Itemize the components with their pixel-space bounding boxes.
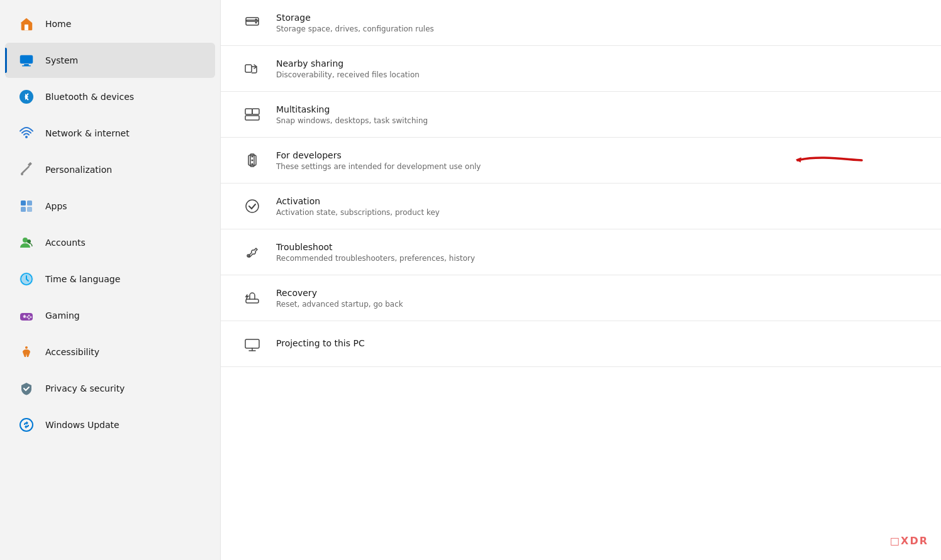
storage-desc: Storage space, drives, configuration rul… [276, 25, 921, 33]
accounts-icon [18, 234, 35, 251]
svg-point-14 [23, 238, 28, 243]
sidebar-label-apps: Apps [45, 201, 67, 211]
accessibility-icon [18, 343, 35, 361]
settings-item-storage[interactable]: Storage Storage space, drives, configura… [221, 0, 941, 46]
troubleshoot-desc: Recommended troubleshooters, preferences… [276, 254, 921, 263]
svg-point-15 [27, 239, 31, 243]
svg-point-22 [30, 316, 32, 318]
sidebar-label-personalization: Personalization [45, 165, 112, 175]
nearby-sharing-desc: Discoverability, received files location [276, 70, 921, 79]
sidebar-item-gaming[interactable]: Gaming [5, 298, 215, 333]
settings-item-projecting[interactable]: Projecting to this PC [221, 321, 941, 367]
svg-rect-10 [21, 200, 26, 206]
svg-point-24 [28, 318, 30, 320]
storage-text: Storage Storage space, drives, configura… [276, 13, 921, 33]
sidebar-item-privacy[interactable]: Privacy & security [5, 371, 215, 406]
time-icon [18, 270, 35, 288]
svg-rect-26 [23, 316, 26, 317]
red-arrow-annotation [790, 148, 866, 173]
sidebar-label-accessibility: Accessibility [45, 347, 99, 357]
personalization-icon [18, 161, 35, 178]
svg-point-38 [252, 156, 253, 158]
sidebar-item-update[interactable]: Windows Update [5, 407, 215, 442]
sidebar-label-bluetooth: Bluetooth & devices [45, 92, 134, 102]
svg-rect-36 [245, 116, 259, 120]
svg-point-43 [246, 200, 259, 212]
recovery-title: Recovery [276, 288, 921, 298]
activation-icon [241, 195, 264, 217]
arrow-svg [790, 148, 866, 173]
storage-title: Storage [276, 13, 921, 23]
sidebar-label-update: Windows Update [45, 420, 120, 430]
svg-rect-46 [245, 339, 259, 348]
troubleshoot-text: Troubleshoot Recommended troubleshooters… [276, 242, 921, 263]
svg-rect-8 [28, 162, 32, 167]
svg-point-6 [25, 136, 28, 138]
sidebar-label-privacy: Privacy & security [45, 383, 125, 393]
sidebar-item-accounts[interactable]: Accounts [5, 225, 215, 260]
sidebar-label-time: Time & language [45, 274, 120, 284]
settings-item-multitasking[interactable]: Multitasking Snap windows, desktops, tas… [221, 92, 941, 138]
sidebar-label-accounts: Accounts [45, 238, 86, 248]
for-developers-icon [241, 149, 264, 172]
projecting-icon [241, 332, 264, 355]
multitasking-icon [241, 103, 264, 126]
recovery-desc: Reset, advanced startup, go back [276, 300, 921, 309]
home-icon [18, 15, 35, 33]
recovery-text: Recovery Reset, advanced startup, go bac… [276, 288, 921, 309]
sidebar-item-time[interactable]: Time & language [5, 261, 215, 297]
svg-point-31 [255, 22, 257, 24]
sidebar-item-accessibility[interactable]: Accessibility [5, 334, 215, 370]
nearby-sharing-title: Nearby sharing [276, 58, 921, 69]
multitasking-title: Multitasking [276, 104, 921, 114]
settings-item-activation[interactable]: Activation Activation state, subscriptio… [221, 184, 941, 229]
main-content: Storage Storage space, drives, configura… [220, 0, 941, 560]
settings-item-troubleshoot[interactable]: Troubleshoot Recommended troubleshooters… [221, 229, 941, 275]
activation-title: Activation [276, 196, 921, 206]
storage-icon [241, 11, 264, 34]
privacy-icon [18, 380, 35, 397]
sidebar-label-network: Network & internet [45, 128, 130, 138]
network-icon [18, 124, 35, 142]
sidebar: Home System Bluetooth & devices [0, 0, 220, 560]
svg-rect-33 [245, 65, 252, 72]
sidebar-label-home: Home [45, 19, 71, 29]
projecting-text: Projecting to this PC [276, 338, 921, 350]
settings-list: Storage Storage space, drives, configura… [221, 0, 941, 367]
svg-point-23 [26, 316, 28, 318]
svg-rect-45 [246, 299, 259, 303]
troubleshoot-title: Troubleshoot [276, 242, 921, 252]
gaming-icon [18, 307, 35, 324]
svg-rect-12 [21, 207, 26, 212]
svg-rect-3 [24, 64, 29, 65]
svg-rect-34 [245, 109, 252, 114]
sidebar-item-personalization[interactable]: Personalization [5, 152, 215, 187]
settings-item-nearby-sharing[interactable]: Nearby sharing Discoverability, received… [221, 46, 941, 92]
activation-desc: Activation state, subscriptions, product… [276, 208, 921, 217]
svg-point-9 [21, 173, 23, 175]
svg-point-32 [255, 19, 257, 21]
sidebar-item-apps[interactable]: Apps [5, 189, 215, 224]
settings-item-for-developers[interactable]: For developers These settings are intend… [221, 138, 941, 184]
watermark: □XDR [890, 532, 928, 547]
sidebar-label-system: System [45, 55, 78, 65]
multitasking-text: Multitasking Snap windows, desktops, tas… [276, 104, 921, 125]
apps-icon [18, 197, 35, 215]
svg-rect-13 [27, 207, 32, 212]
svg-point-40 [252, 163, 253, 165]
svg-rect-4 [22, 65, 31, 67]
sidebar-item-system[interactable]: System [5, 43, 215, 78]
bluetooth-icon [18, 88, 35, 106]
svg-rect-11 [27, 200, 32, 206]
svg-point-39 [252, 160, 253, 162]
sidebar-item-bluetooth[interactable]: Bluetooth & devices [5, 79, 215, 114]
multitasking-desc: Snap windows, desktops, task switching [276, 116, 921, 125]
system-icon [18, 52, 35, 69]
recovery-icon [241, 287, 264, 309]
settings-item-recovery[interactable]: Recovery Reset, advanced startup, go bac… [221, 275, 941, 321]
activation-text: Activation Activation state, subscriptio… [276, 196, 921, 217]
svg-rect-35 [252, 109, 259, 114]
nearby-sharing-text: Nearby sharing Discoverability, received… [276, 58, 921, 79]
sidebar-item-home[interactable]: Home [5, 6, 215, 41]
sidebar-item-network[interactable]: Network & internet [5, 116, 215, 151]
